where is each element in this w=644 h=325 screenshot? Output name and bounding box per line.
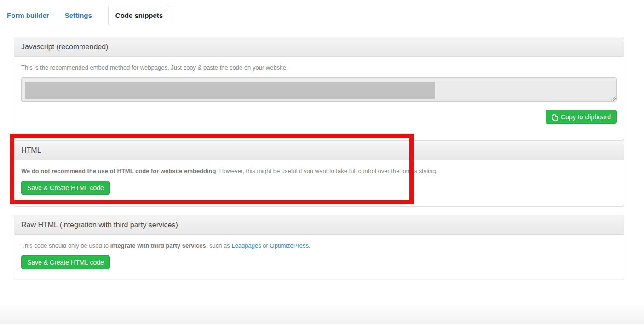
- leadpages-link[interactable]: Leadpages: [231, 242, 261, 249]
- panel-raw-html-body: This code should only be used to integra…: [14, 235, 624, 279]
- clipboard-icon: [552, 114, 558, 121]
- raw-html-desc-3: or: [261, 242, 270, 249]
- panel-javascript-body: This is the recommended embed method for…: [14, 57, 624, 140]
- panel-html-wrapper: HTML We do not recommend the use of HTML…: [14, 140, 624, 207]
- embed-code-textarea[interactable]: [21, 77, 617, 102]
- panel-html: HTML We do not recommend the use of HTML…: [14, 140, 624, 207]
- raw-html-desc-4: .: [309, 242, 310, 249]
- panel-html-description-bold: We do not recommend the use of HTML code…: [21, 168, 216, 174]
- panel-raw-html: Raw HTML (integration with third party s…: [14, 215, 624, 279]
- save-create-html-code-label: Save & Create HTML code: [27, 184, 104, 192]
- panel-javascript-title: Javascript (recommended): [14, 37, 624, 57]
- tab-code-snippets[interactable]: Code snippets: [108, 6, 170, 25]
- save-create-html-code-button[interactable]: Save & Create HTML code: [21, 181, 110, 195]
- panel-html-body: We do not recommend the use of HTML code…: [14, 160, 624, 206]
- panel-html-title: HTML: [14, 141, 624, 160]
- raw-html-desc-1: This code should only be used to: [21, 242, 110, 249]
- tab-bar: Form builder Settings Code snippets: [0, 0, 638, 25]
- panel-html-description-rest: . However, this might be useful if you w…: [216, 168, 438, 174]
- save-create-html-code-raw-label: Save & Create HTML code: [27, 258, 104, 267]
- page-bottom-fade: [0, 303, 644, 324]
- panel-raw-html-description: This code should only be used to integra…: [21, 242, 617, 250]
- optimizepress-link[interactable]: OptimizePress: [270, 242, 309, 249]
- main-content: Javascript (recommended) This is the rec…: [0, 37, 644, 279]
- redacted-code-content: [25, 82, 435, 99]
- panel-html-description: We do not recommend the use of HTML code…: [21, 167, 617, 175]
- copy-to-clipboard-label: Copy to clipboard: [561, 113, 611, 121]
- save-create-html-code-button-raw[interactable]: Save & Create HTML code: [21, 255, 110, 269]
- resize-handle-icon[interactable]: [611, 96, 616, 101]
- tab-form-builder[interactable]: Form builder: [0, 6, 57, 25]
- panel-raw-html-title: Raw HTML (integration with third party s…: [14, 215, 624, 235]
- raw-html-desc-2: , such as: [206, 242, 232, 249]
- raw-html-desc-bold: integrate with third party services: [110, 242, 206, 249]
- copy-to-clipboard-button[interactable]: Copy to clipboard: [546, 110, 617, 124]
- panel-javascript-description: This is the recommended embed method for…: [21, 64, 617, 72]
- tab-settings[interactable]: Settings: [57, 6, 100, 25]
- panel-javascript: Javascript (recommended) This is the rec…: [14, 37, 624, 140]
